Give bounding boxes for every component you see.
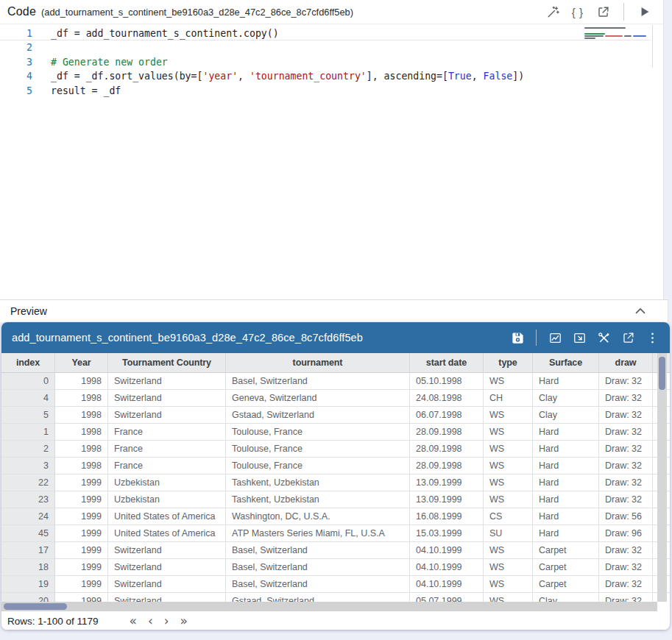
table-row[interactable]: 01998SwitzerlandBasel, Switzerland05.10.… [1, 373, 670, 390]
data-cell: Switzerland [108, 576, 226, 593]
row-index-cell: 1 [1, 424, 55, 441]
column-header[interactable]: Surface [533, 353, 599, 373]
data-cell: CH [484, 390, 533, 407]
data-cell: 15.03.1999 [410, 525, 484, 542]
last-page-button[interactable]: » [180, 615, 188, 627]
data-cell: WS [484, 474, 533, 491]
table-row[interactable]: 451999United States of AmericaATP Master… [1, 525, 670, 542]
data-cell: 06.07.1998 [410, 407, 484, 424]
preview-label: Preview [10, 305, 47, 317]
line-number: 4 [0, 69, 32, 83]
data-cell: France [108, 441, 226, 458]
table-row[interactable]: 201999SwitzerlandGstaad, Switzerland05.0… [1, 593, 670, 602]
data-cell: 13.09.1999 [410, 491, 484, 508]
table-row[interactable]: 191999SwitzerlandBasel, Switzerland04.10… [1, 576, 670, 593]
data-cell: Draw: 56 [599, 508, 653, 525]
data-cell: 04.10.1999 [410, 559, 484, 576]
save-icon[interactable] [510, 330, 525, 345]
column-header[interactable]: Year [55, 353, 108, 373]
data-cell: Draw: 32 [599, 542, 653, 559]
data-cell: Hard [533, 508, 599, 525]
table-row[interactable]: 171999SwitzerlandBasel, Switzerland04.10… [1, 542, 670, 559]
table-row[interactable]: 181999SwitzerlandBasel, Switzerland04.10… [1, 559, 670, 576]
column-header[interactable]: Tournament Country [108, 353, 226, 373]
code-line[interactable]: 1_df = add_tournament_s_continent.copy() [0, 26, 651, 40]
first-page-button[interactable]: « [130, 615, 137, 627]
code-editor[interactable]: 1_df = add_tournament_s_continent.copy()… [0, 24, 663, 299]
chevron-up-icon[interactable] [632, 303, 648, 319]
code-line[interactable]: 3# Generate new order [0, 55, 663, 69]
data-cell: Geneva, Switzerland [226, 390, 410, 407]
data-cell: WS [484, 491, 533, 508]
braces-icon[interactable]: { } [571, 5, 585, 19]
line-number: 2 [0, 40, 32, 54]
data-cell: Basel, Switzerland [226, 542, 410, 559]
data-cell: 1999 [55, 491, 108, 508]
table-row[interactable]: 11998FranceToulouse, France28.09.1998WSH… [1, 424, 670, 441]
table-row[interactable]: 221999UzbekistanTashkent, Uzbekistan13.0… [1, 474, 670, 491]
data-cell: 05.10.1998 [410, 373, 484, 390]
run-button[interactable] [637, 5, 651, 19]
code-text [32, 40, 51, 54]
actions-divider [536, 330, 537, 346]
data-cell: Toulouse, France [226, 424, 410, 441]
data-cell: Carpet [533, 576, 599, 593]
vertical-scroll-thumb[interactable] [659, 357, 665, 390]
data-cell: Gstaad, Switzerland [226, 407, 410, 424]
minimap[interactable] [581, 25, 653, 68]
open-external-icon[interactable] [620, 330, 635, 345]
code-line[interactable]: 4_df = _df.sort_values(by=['year', 'tour… [0, 69, 663, 83]
magic-wand-icon[interactable] [546, 5, 560, 19]
data-cell: Washington, DC, U.S.A. [226, 508, 410, 525]
data-cell: 1999 [55, 593, 108, 602]
data-cell: Basel, Switzerland [226, 559, 410, 576]
horizontal-scrollbar[interactable] [1, 602, 670, 611]
vertical-scrollbar[interactable] [657, 353, 667, 602]
chart-icon[interactable] [548, 330, 562, 345]
data-cell: 1998 [55, 390, 108, 407]
block-name: (add_tournament_s_continent_be9160a3_d28… [41, 7, 353, 18]
data-cell: 1998 [55, 424, 108, 441]
line-number: 5 [0, 84, 32, 98]
dataframe-table: indexYearTournament Countrytournamentsta… [1, 353, 670, 611]
code-line[interactable]: 2 [0, 40, 663, 54]
table-row[interactable]: 241999United States of AmericaWashington… [1, 508, 670, 525]
code-cell-header: Code (add_tournament_s_continent_be9160a… [0, 0, 663, 24]
open-external-icon[interactable] [596, 5, 610, 19]
data-cell: Draw: 32 [599, 559, 653, 576]
row-index-cell: 3 [1, 458, 55, 474]
next-page-button[interactable]: › [164, 615, 169, 627]
horizontal-scroll-thumb[interactable] [4, 603, 67, 610]
code-line[interactable]: 5result = _df [0, 84, 663, 98]
tools-icon[interactable] [596, 330, 611, 345]
row-index-cell: 22 [1, 474, 55, 491]
column-header[interactable]: type [484, 353, 533, 373]
code-text: _df = add_tournament_s_continent.copy() [32, 26, 279, 40]
table-row[interactable]: 41998SwitzerlandGeneva, Switzerland24.08… [1, 390, 670, 407]
previous-page-button[interactable]: ‹ [148, 615, 153, 627]
table-row[interactable]: 31998FranceToulouse, France28.09.1998WSH… [1, 458, 670, 474]
column-header[interactable]: index [1, 353, 55, 373]
kebab-menu-icon[interactable] [645, 330, 659, 345]
data-cell: Draw: 32 [599, 593, 653, 602]
data-cell: Draw: 96 [599, 525, 653, 542]
data-cell: WS [484, 542, 533, 559]
column-header[interactable]: start date [410, 353, 484, 373]
column-header[interactable]: tournament [226, 353, 410, 373]
dataframe-titlebar: add_tournament_s_continent_be9160a3_d28e… [1, 322, 670, 353]
data-cell: 16.08.1999 [410, 508, 484, 525]
dataframe-actions [510, 330, 659, 346]
preview-section-header[interactable]: Preview [0, 299, 668, 322]
data-cell: Draw: 32 [599, 576, 653, 593]
table-row[interactable]: 51998SwitzerlandGstaad, Switzerland06.07… [1, 407, 670, 424]
toolbar-divider [623, 3, 624, 21]
data-cell: WS [484, 407, 533, 424]
data-cell: Toulouse, France [226, 441, 410, 458]
column-header[interactable]: draw [599, 353, 653, 373]
data-cell: 1998 [55, 407, 108, 424]
code-toolbar: { } [546, 3, 651, 21]
table-row[interactable]: 21998FranceToulouse, France28.09.1998WSH… [1, 441, 670, 458]
export-window-icon[interactable] [572, 330, 587, 345]
table-row[interactable]: 231999UzbekistanTashkent, Uzbekistan13.0… [1, 491, 670, 508]
data-cell: Uzbekistan [108, 474, 226, 491]
